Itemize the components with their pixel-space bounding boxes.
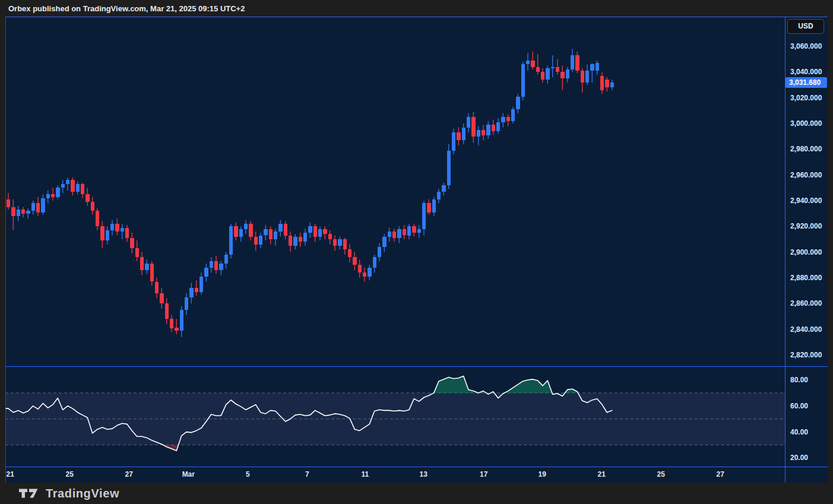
price-tick-label: 2,940.000 — [790, 196, 822, 205]
main-price-pane[interactable] — [5, 17, 785, 366]
time-tick-label: 7 — [305, 467, 309, 482]
price-tick-label: 2,880.000 — [790, 273, 822, 283]
tradingview-logo-icon — [18, 486, 39, 500]
rsi-tick-label: 20.00 — [790, 453, 808, 462]
time-tick-label: 27 — [125, 467, 133, 482]
price-tick-label: 2,920.000 — [790, 221, 822, 231]
attribution-text: Orbex published on TradingView.com, Mar … — [8, 0, 245, 17]
time-tick-label: 21 — [7, 467, 14, 482]
rsi-pane-separator — [5, 366, 828, 367]
rsi-indicator-pane[interactable] — [5, 366, 785, 467]
time-tick-label: 13 — [420, 467, 427, 482]
price-tick-label: 2,860.000 — [790, 299, 822, 308]
currency-usd-button[interactable]: USD — [787, 19, 824, 34]
price-tick-label: 3,020.000 — [790, 93, 822, 103]
price-tick-label: 3,060.000 — [790, 42, 822, 51]
rsi-tick-label: 80.00 — [790, 375, 808, 385]
price-tick-label: 2,820.000 — [790, 350, 822, 360]
price-tick-label: 3,040.000 — [790, 67, 822, 77]
price-tick-label: 2,840.000 — [790, 325, 822, 334]
footer-bar: TradingView — [0, 483, 833, 504]
time-tick-label: 11 — [361, 467, 369, 482]
time-axis-scale[interactable]: 212527Mar5711131719212527 — [5, 467, 828, 483]
tradingview-home-link[interactable]: TradingView — [18, 486, 119, 500]
tradingview-brand-text: TradingView — [46, 487, 119, 500]
time-tick-label: Mar — [182, 467, 195, 482]
top-bar: Orbex published on TradingView.com, Mar … — [0, 0, 833, 17]
current-price-label: 3,031.680 — [786, 77, 827, 88]
rsi-tick-label: 40.00 — [790, 427, 808, 437]
time-tick-label: 5 — [246, 467, 250, 482]
price-tick-label: 2,980.000 — [790, 144, 822, 154]
pane-left-border — [5, 17, 6, 483]
price-tick-label: 2,900.000 — [790, 248, 822, 257]
time-tick-label: 21 — [598, 467, 606, 482]
chart-widget: USD 3,031.680 3,060.0003,040.0003,020.00… — [5, 17, 828, 483]
time-tick-label: 17 — [480, 467, 487, 482]
time-tick-label: 27 — [717, 467, 724, 482]
rsi-tick-label: 60.00 — [790, 401, 808, 411]
price-tick-label: 3,000.000 — [790, 119, 822, 128]
time-tick-label: 19 — [539, 467, 546, 482]
time-tick-label: 25 — [657, 467, 665, 482]
price-axis-scale[interactable]: USD 3,031.680 3,060.0003,040.0003,020.00… — [786, 17, 828, 483]
time-tick-label: 25 — [66, 467, 74, 482]
price-tick-label: 2,960.000 — [790, 170, 822, 180]
pane-top-border — [5, 17, 828, 17]
